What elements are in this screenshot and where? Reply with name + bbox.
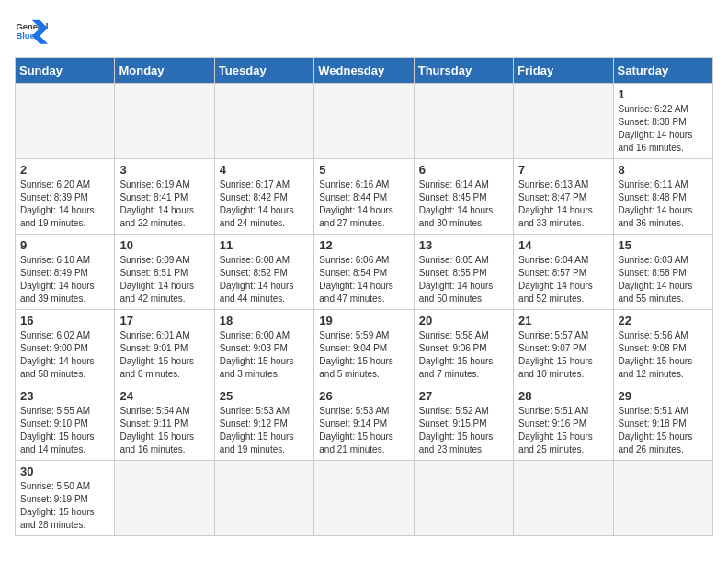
calendar-cell: 27Sunrise: 5:52 AM Sunset: 9:15 PM Dayli… [414, 385, 513, 461]
calendar-week-row: 1Sunrise: 6:22 AM Sunset: 8:38 PM Daylig… [16, 84, 713, 159]
day-number: 28 [518, 389, 608, 403]
calendar-cell [514, 461, 613, 536]
calendar-cell [115, 461, 214, 536]
day-number: 3 [119, 163, 209, 177]
day-number: 29 [619, 389, 708, 403]
page-header: General Blue [15, 15, 713, 48]
day-info: Sunrise: 5:53 AM Sunset: 9:12 PM Dayligh… [220, 405, 309, 456]
day-info: Sunrise: 5:59 AM Sunset: 9:04 PM Dayligh… [319, 329, 408, 381]
day-header-tuesday: Tuesday [214, 58, 313, 84]
calendar-week-row: 30Sunrise: 5:50 AM Sunset: 9:19 PM Dayli… [16, 461, 713, 536]
day-number: 4 [220, 163, 309, 177]
day-info: Sunrise: 5:51 AM Sunset: 9:16 PM Dayligh… [518, 405, 608, 456]
calendar-cell [414, 84, 513, 159]
day-info: Sunrise: 5:52 AM Sunset: 9:15 PM Dayligh… [419, 405, 508, 456]
day-info: Sunrise: 5:57 AM Sunset: 9:07 PM Dayligh… [518, 329, 608, 381]
calendar-cell: 15Sunrise: 6:03 AM Sunset: 8:58 PM Dayli… [613, 235, 712, 310]
calendar-cell: 7Sunrise: 6:13 AM Sunset: 8:47 PM Daylig… [514, 159, 613, 235]
day-header-saturday: Saturday [613, 58, 712, 84]
calendar-cell: 9Sunrise: 6:10 AM Sunset: 8:49 PM Daylig… [16, 235, 115, 310]
day-info: Sunrise: 6:16 AM Sunset: 8:44 PM Dayligh… [319, 178, 408, 230]
day-info: Sunrise: 6:04 AM Sunset: 8:57 PM Dayligh… [518, 254, 608, 305]
day-info: Sunrise: 6:22 AM Sunset: 8:38 PM Dayligh… [619, 103, 708, 155]
day-info: Sunrise: 6:17 AM Sunset: 8:42 PM Dayligh… [220, 178, 309, 230]
day-number: 5 [319, 163, 408, 177]
logo: General Blue [15, 15, 48, 48]
calendar-table: SundayMondayTuesdayWednesdayThursdayFrid… [15, 57, 713, 536]
day-info: Sunrise: 5:51 AM Sunset: 9:18 PM Dayligh… [619, 405, 708, 456]
calendar-week-row: 16Sunrise: 6:02 AM Sunset: 9:00 PM Dayli… [16, 310, 713, 385]
day-info: Sunrise: 6:01 AM Sunset: 9:01 PM Dayligh… [119, 329, 209, 381]
day-info: Sunrise: 5:54 AM Sunset: 9:11 PM Dayligh… [119, 405, 209, 456]
calendar-cell: 23Sunrise: 5:55 AM Sunset: 9:10 PM Dayli… [16, 385, 115, 461]
day-info: Sunrise: 6:10 AM Sunset: 8:49 PM Dayligh… [20, 254, 109, 305]
day-info: Sunrise: 6:13 AM Sunset: 8:47 PM Dayligh… [518, 178, 608, 230]
day-header-thursday: Thursday [414, 58, 513, 84]
day-number: 26 [319, 389, 408, 403]
day-number: 7 [518, 163, 608, 177]
calendar-cell: 10Sunrise: 6:09 AM Sunset: 8:51 PM Dayli… [115, 235, 214, 310]
day-number: 8 [619, 163, 708, 177]
day-info: Sunrise: 6:14 AM Sunset: 8:45 PM Dayligh… [419, 178, 508, 230]
day-number: 10 [119, 238, 209, 252]
day-number: 1 [619, 87, 708, 101]
svg-text:Blue: Blue [16, 31, 34, 40]
day-header-wednesday: Wednesday [314, 58, 414, 84]
day-number: 25 [220, 389, 309, 403]
day-number: 30 [20, 465, 109, 478]
calendar-cell: 12Sunrise: 6:06 AM Sunset: 8:54 PM Dayli… [314, 235, 414, 310]
calendar-cell: 21Sunrise: 5:57 AM Sunset: 9:07 PM Dayli… [514, 310, 613, 385]
day-header-monday: Monday [115, 58, 214, 84]
calendar-cell: 19Sunrise: 5:59 AM Sunset: 9:04 PM Dayli… [314, 310, 414, 385]
calendar-cell: 14Sunrise: 6:04 AM Sunset: 8:57 PM Dayli… [514, 235, 613, 310]
day-number: 19 [319, 314, 408, 327]
day-header-sunday: Sunday [16, 58, 115, 84]
calendar-cell: 20Sunrise: 5:58 AM Sunset: 9:06 PM Dayli… [414, 310, 513, 385]
day-number: 11 [220, 238, 309, 252]
day-number: 20 [419, 314, 508, 327]
calendar-cell: 5Sunrise: 6:16 AM Sunset: 8:44 PM Daylig… [314, 159, 414, 235]
logo-icon: General Blue [15, 15, 48, 48]
day-info: Sunrise: 6:00 AM Sunset: 9:03 PM Dayligh… [220, 329, 309, 381]
calendar-cell: 25Sunrise: 5:53 AM Sunset: 9:12 PM Dayli… [214, 385, 313, 461]
day-info: Sunrise: 6:03 AM Sunset: 8:58 PM Dayligh… [619, 254, 708, 305]
calendar-week-row: 23Sunrise: 5:55 AM Sunset: 9:10 PM Dayli… [16, 385, 713, 461]
day-number: 22 [619, 314, 708, 327]
day-number: 14 [518, 238, 608, 252]
calendar-week-row: 9Sunrise: 6:10 AM Sunset: 8:49 PM Daylig… [16, 235, 713, 310]
calendar-cell [314, 84, 414, 159]
day-number: 2 [20, 163, 109, 177]
calendar-cell: 22Sunrise: 5:56 AM Sunset: 9:08 PM Dayli… [613, 310, 712, 385]
calendar-cell [214, 461, 313, 536]
calendar-cell: 1Sunrise: 6:22 AM Sunset: 8:38 PM Daylig… [613, 84, 712, 159]
day-info: Sunrise: 6:11 AM Sunset: 8:48 PM Dayligh… [619, 178, 708, 230]
day-header-friday: Friday [514, 58, 613, 84]
day-number: 18 [220, 314, 309, 327]
calendar-cell: 24Sunrise: 5:54 AM Sunset: 9:11 PM Dayli… [115, 385, 214, 461]
day-info: Sunrise: 5:56 AM Sunset: 9:08 PM Dayligh… [619, 329, 708, 381]
day-number: 27 [419, 389, 508, 403]
calendar-cell [514, 84, 613, 159]
day-info: Sunrise: 6:02 AM Sunset: 9:00 PM Dayligh… [20, 329, 109, 381]
day-number: 9 [20, 238, 109, 252]
day-number: 12 [319, 238, 408, 252]
day-info: Sunrise: 5:58 AM Sunset: 9:06 PM Dayligh… [419, 329, 508, 381]
calendar-header-row: SundayMondayTuesdayWednesdayThursdayFrid… [16, 58, 713, 84]
calendar-cell: 3Sunrise: 6:19 AM Sunset: 8:41 PM Daylig… [115, 159, 214, 235]
day-number: 21 [518, 314, 608, 327]
day-info: Sunrise: 6:06 AM Sunset: 8:54 PM Dayligh… [319, 254, 408, 305]
calendar-cell [414, 461, 513, 536]
day-number: 17 [119, 314, 209, 327]
day-info: Sunrise: 6:09 AM Sunset: 8:51 PM Dayligh… [119, 254, 209, 305]
day-info: Sunrise: 5:55 AM Sunset: 9:10 PM Dayligh… [20, 405, 109, 456]
calendar-cell: 6Sunrise: 6:14 AM Sunset: 8:45 PM Daylig… [414, 159, 513, 235]
day-number: 6 [419, 163, 508, 177]
calendar-cell: 16Sunrise: 6:02 AM Sunset: 9:00 PM Dayli… [16, 310, 115, 385]
day-info: Sunrise: 5:50 AM Sunset: 9:19 PM Dayligh… [20, 480, 109, 532]
calendar-week-row: 2Sunrise: 6:20 AM Sunset: 8:39 PM Daylig… [16, 159, 713, 235]
calendar-cell: 28Sunrise: 5:51 AM Sunset: 9:16 PM Dayli… [514, 385, 613, 461]
calendar-cell [613, 461, 712, 536]
day-info: Sunrise: 6:19 AM Sunset: 8:41 PM Dayligh… [119, 178, 209, 230]
calendar-cell: 4Sunrise: 6:17 AM Sunset: 8:42 PM Daylig… [214, 159, 313, 235]
calendar-cell: 8Sunrise: 6:11 AM Sunset: 8:48 PM Daylig… [613, 159, 712, 235]
